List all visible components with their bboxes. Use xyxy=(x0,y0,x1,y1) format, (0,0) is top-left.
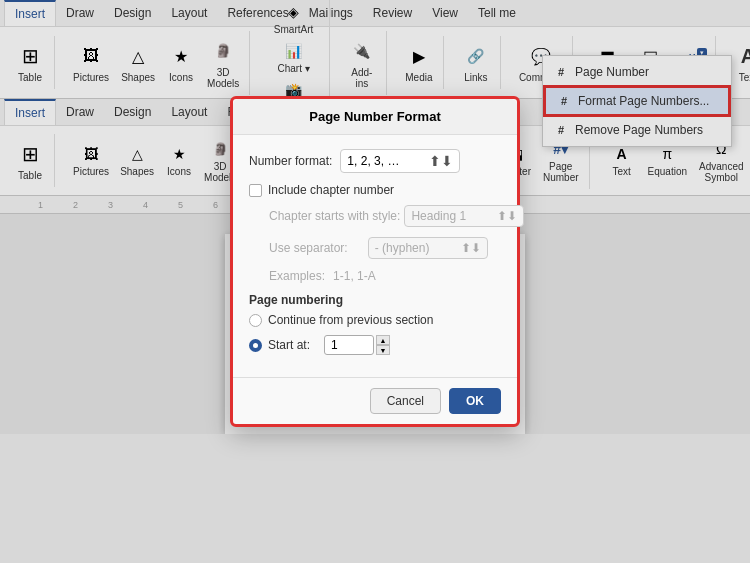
number-format-row: Number format: 1, 2, 3, … ⬆⬇ xyxy=(249,149,501,173)
continue-label: Continue from previous section xyxy=(268,313,433,327)
include-chapter-label: Include chapter number xyxy=(268,183,394,197)
start-at-label: Start at: xyxy=(268,338,310,352)
examples-row: Examples: 1-1, 1-A xyxy=(269,269,501,283)
include-chapter-row: Include chapter number xyxy=(249,183,501,197)
number-format-arrow: ⬆⬇ xyxy=(429,153,453,169)
stepper-up[interactable]: ▲ xyxy=(376,335,390,345)
modal-title: Page Number Format xyxy=(233,99,517,135)
modal-overlay: Page Number Format Number format: 1, 2, … xyxy=(0,0,750,563)
start-at-radio[interactable] xyxy=(249,339,262,352)
chapter-style-arrow: ⬆⬇ xyxy=(497,209,517,223)
separator-value: - (hyphen) xyxy=(375,241,430,255)
examples-label: Examples: xyxy=(269,269,325,283)
separator-row: Use separator: - (hyphen) ⬆⬇ xyxy=(269,237,501,259)
modal-body: Number format: 1, 2, 3, … ⬆⬇ Include cha… xyxy=(233,135,517,377)
page-numbering-section: Page numbering xyxy=(249,293,501,307)
chapter-style-select: Heading 1 ⬆⬇ xyxy=(404,205,524,227)
start-at-spinner[interactable]: ▲ ▼ xyxy=(324,335,390,355)
examples-value: 1-1, 1-A xyxy=(333,269,376,283)
stepper-down[interactable]: ▼ xyxy=(376,345,390,355)
include-chapter-checkbox[interactable] xyxy=(249,184,262,197)
ok-button[interactable]: OK xyxy=(449,388,501,414)
chapter-style-value: Heading 1 xyxy=(411,209,466,223)
separator-label: Use separator: xyxy=(269,241,348,255)
chapter-style-label: Chapter starts with style: xyxy=(269,209,400,223)
separator-select: - (hyphen) ⬆⬇ xyxy=(368,237,488,259)
cancel-button[interactable]: Cancel xyxy=(370,388,441,414)
start-at-input[interactable] xyxy=(324,335,374,355)
separator-arrow: ⬆⬇ xyxy=(461,241,481,255)
number-format-label: Number format: xyxy=(249,154,332,168)
number-format-value: 1, 2, 3, … xyxy=(347,154,399,168)
continue-radio-row: Continue from previous section xyxy=(249,313,501,327)
modal-footer: Cancel OK xyxy=(233,377,517,424)
continue-radio[interactable] xyxy=(249,314,262,327)
start-at-row: Start at: ▲ ▼ xyxy=(249,335,501,355)
number-format-select[interactable]: 1, 2, 3, … ⬆⬇ xyxy=(340,149,460,173)
page-number-format-dialog: Page Number Format Number format: 1, 2, … xyxy=(230,96,520,427)
start-at-stepper[interactable]: ▲ ▼ xyxy=(376,335,390,355)
chapter-style-row: Chapter starts with style: Heading 1 ⬆⬇ xyxy=(269,205,501,227)
